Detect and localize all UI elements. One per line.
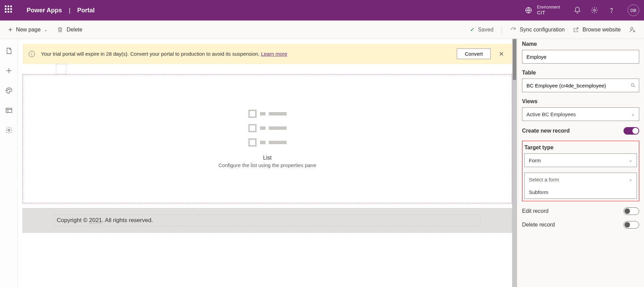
gear-icon[interactable] [591, 6, 598, 14]
list-subtitle: Configure the list using the properties … [218, 162, 316, 168]
list-title: List [263, 155, 272, 161]
list-component[interactable]: List Configure the list using the proper… [23, 74, 512, 203]
theme-icon[interactable] [5, 87, 13, 94]
banner-message: Your trial portal will expire in 28 day(… [41, 51, 451, 57]
user-settings-icon[interactable] [629, 26, 636, 33]
check-icon: ✓ [470, 26, 475, 33]
target-type-label: Target type [524, 145, 637, 151]
delete-button[interactable]: Delete [57, 27, 82, 33]
svg-point-4 [633, 30, 634, 31]
chevron-down-icon: ⌄ [629, 158, 632, 163]
target-type-highlight: Target type Form ⌄ Select a form ⌄ Subfo… [522, 141, 639, 201]
views-select[interactable]: Active BC Employees ⌄ [522, 107, 639, 121]
name-label: Name [522, 41, 639, 47]
delete-record-toggle[interactable] [624, 221, 639, 229]
properties-pane: Name Table Views Active BC Employees ⌄ C… [517, 39, 644, 287]
command-bar: + New page ⌄ Delete ✓ Saved Sync configu… [0, 20, 644, 39]
browse-button[interactable]: Browse website [573, 27, 621, 33]
table-input[interactable] [522, 79, 639, 92]
environment-picker[interactable]: Environment CIT [525, 5, 560, 16]
create-record-toggle[interactable] [624, 127, 639, 135]
chevron-down-icon: ⌄ [629, 177, 632, 182]
trash-icon [57, 27, 63, 33]
templates-icon[interactable] [5, 107, 13, 114]
form-option-subform[interactable]: Subform [524, 186, 637, 199]
empty-section[interactable] [56, 64, 66, 74]
info-icon: i [29, 51, 35, 57]
divider [502, 26, 502, 34]
settings-icon[interactable] [5, 126, 13, 134]
svg-point-3 [631, 27, 633, 30]
pages-icon[interactable] [5, 47, 13, 55]
search-icon [630, 83, 636, 88]
refresh-icon [510, 27, 516, 33]
svg-point-6 [8, 89, 9, 90]
new-page-button[interactable]: + New page ⌄ [8, 25, 47, 34]
trial-banner: i Your trial portal will expire in 28 da… [23, 44, 512, 64]
list-placeholder-icon [248, 110, 287, 147]
external-link-icon [573, 27, 579, 33]
views-label: Views [522, 98, 639, 105]
svg-rect-8 [6, 108, 12, 113]
name-input[interactable] [522, 50, 639, 64]
app-launcher-icon[interactable] [5, 5, 14, 15]
add-icon[interactable] [5, 67, 13, 74]
bell-icon[interactable] [574, 6, 581, 14]
footer-text[interactable]: Copyright © 2021. All rights reserved. [54, 215, 480, 226]
chevron-down-icon: ⌄ [44, 27, 47, 32]
plus-icon: + [8, 25, 13, 34]
convert-button[interactable]: Convert [457, 49, 491, 59]
target-type-select[interactable]: Form ⌄ [524, 153, 637, 167]
learn-more-link[interactable]: Learn more [261, 51, 287, 57]
canvas[interactable]: i Your trial portal will expire in 28 da… [18, 39, 517, 287]
help-icon[interactable] [608, 6, 615, 14]
svg-point-9 [8, 129, 10, 131]
sync-button[interactable]: Sync configuration [510, 27, 565, 33]
svg-point-2 [611, 12, 612, 12]
chevron-down-icon: ⌄ [631, 112, 635, 117]
svg-point-5 [7, 90, 8, 91]
form-select[interactable]: Select a form ⌄ [524, 173, 637, 186]
edit-record-label: Edit record [522, 208, 548, 214]
globe-icon [525, 6, 532, 14]
svg-point-10 [631, 84, 634, 86]
svg-point-1 [593, 9, 595, 11]
left-toolbar [0, 39, 18, 287]
svg-point-7 [9, 89, 10, 90]
app-header: Power Apps | Portal Environment CIT DB [0, 0, 644, 20]
edit-record-toggle[interactable] [624, 207, 639, 215]
table-label: Table [522, 70, 639, 76]
avatar[interactable]: DB [628, 4, 639, 16]
scrollbar[interactable] [512, 39, 517, 287]
brand-title: Power Apps | Portal [27, 7, 95, 14]
environment-label: Environment [537, 5, 560, 10]
footer-section[interactable]: Copyright © 2021. All rights reserved. [23, 208, 512, 233]
environment-name: CIT [537, 10, 560, 16]
delete-record-label: Delete record [522, 222, 555, 228]
saved-status: ✓ Saved [470, 26, 493, 33]
create-record-label: Create new record [522, 128, 570, 134]
close-icon[interactable]: ✕ [497, 50, 506, 58]
